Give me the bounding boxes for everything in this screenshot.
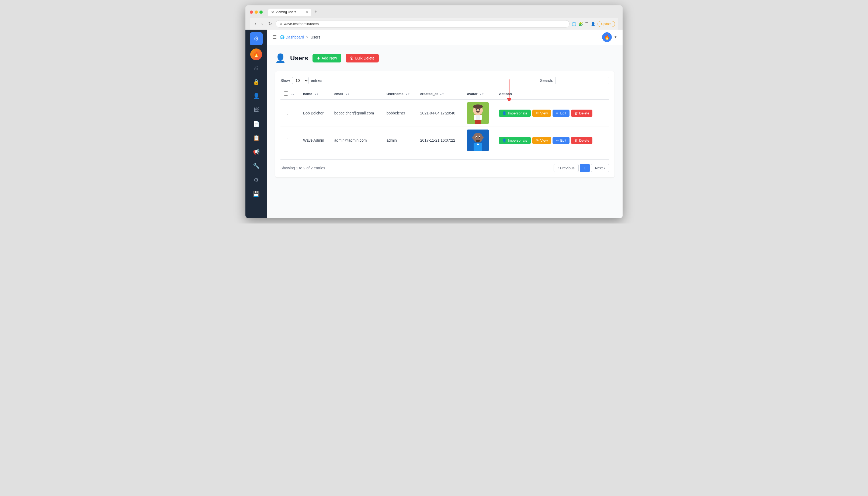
puzzle-icon: 🧩 <box>578 22 583 26</box>
sidebar-item-security[interactable]: 🔒 <box>250 75 263 88</box>
row1-avatar <box>467 102 489 124</box>
showing-text: Showing 1 to 2 of 2 entries <box>280 166 325 170</box>
row1-edit-button[interactable]: ✏ Edit <box>552 110 569 117</box>
breadcrumb-home-label: Dashboard <box>286 35 304 39</box>
minimize-traffic-light[interactable] <box>255 11 258 14</box>
sidebar-item-media[interactable]: 🖼 <box>250 104 263 116</box>
table-body: Bob Belcher bobbelcher@gmail.com bobbelc… <box>280 99 609 154</box>
breadcrumb-home-link[interactable]: 🌐 Dashboard <box>280 35 304 39</box>
reload-button[interactable]: ↻ <box>267 20 273 28</box>
user-avatar-button[interactable]: 🔥 <box>602 32 612 42</box>
table-row: Wave Admin admin@admin.com admin 2017-11… <box>280 127 609 154</box>
tab-title: Viewing Users <box>276 10 296 14</box>
maximize-traffic-light[interactable] <box>259 11 263 14</box>
row2-delete-button[interactable]: 🗑 Delete <box>571 137 593 144</box>
sidebar-item-print[interactable]: 🖨 <box>250 61 263 74</box>
impersonate-icon: 👤 <box>502 138 506 142</box>
page-header: 👤 Users ✚ Add New 🗑 Bulk Delete <box>275 53 614 63</box>
entries-label: entries <box>311 78 322 83</box>
update-button[interactable]: Update <box>597 21 615 27</box>
tab-bar: ⚙ Viewing Users ✕ + <box>268 8 618 16</box>
sidebar-user-avatar[interactable]: 🔥 <box>250 48 262 60</box>
sidebar-logo[interactable]: ⚙ <box>250 32 263 45</box>
page-content: 👤 Users ✚ Add New 🗑 Bulk Delete <box>267 45 623 218</box>
select-all-checkbox[interactable] <box>284 91 288 96</box>
row1-impersonate-button[interactable]: 👤 Impersonate <box>499 110 530 117</box>
search-input[interactable] <box>555 77 609 84</box>
sidebar-item-documents[interactable]: 📄 <box>250 118 263 130</box>
add-new-button[interactable]: ✚ Add New <box>313 54 341 62</box>
row2-checkbox[interactable] <box>284 138 288 142</box>
next-page-button[interactable]: Next › <box>591 164 609 172</box>
row2-impersonate-button[interactable]: 👤 Impersonate <box>499 137 530 144</box>
row2-avatar-cell <box>464 127 496 154</box>
sidebar-item-settings[interactable]: ⚙ <box>250 173 263 186</box>
new-tab-button[interactable]: + <box>312 8 320 16</box>
bulk-delete-button[interactable]: 🗑 Bulk Delete <box>346 54 379 62</box>
breadcrumb-current: Users <box>310 35 321 39</box>
col-created-at[interactable]: created_at ▲▼ <box>417 89 464 99</box>
entries-control: Show 10 25 50 100 entries <box>280 77 322 84</box>
previous-chevron-icon: ‹ <box>558 166 559 170</box>
sidebar-item-database[interactable]: 💾 <box>250 187 263 200</box>
forward-button[interactable]: › <box>260 20 264 28</box>
row1-created-at-cell: 2021-04-04 17:20:40 <box>417 99 464 127</box>
col-checkbox: ▲▼ <box>280 89 300 99</box>
tab-close-icon[interactable]: ✕ <box>306 11 308 14</box>
table-header: ▲▼ name ▲▼ email ▲▼ <box>280 89 609 99</box>
close-traffic-light[interactable] <box>250 11 253 14</box>
col-name[interactable]: name ▲▼ <box>300 89 331 99</box>
row2-created-at-cell: 2017-11-21 16:07:22 <box>417 127 464 154</box>
row2-email-cell: admin@admin.com <box>331 127 383 154</box>
trash-icon: 🗑 <box>350 56 354 60</box>
row2-username-cell: admin <box>383 127 417 154</box>
row1-view-button[interactable]: 👁 View <box>532 110 551 117</box>
sidebar-item-announcements[interactable]: 📢 <box>250 145 263 158</box>
email-sort-icon: ▲▼ <box>345 93 350 95</box>
back-button[interactable]: ‹ <box>253 20 258 28</box>
entries-select[interactable]: 10 25 50 100 <box>292 77 309 84</box>
row1-checkbox-cell <box>280 99 300 127</box>
address-favicon-icon: ⚙ <box>280 22 282 26</box>
show-label: Show <box>280 78 290 83</box>
sidebar-item-tools[interactable]: 🔧 <box>250 159 263 172</box>
row2-edit-button[interactable]: ✏ Edit <box>552 137 569 144</box>
table-footer: Showing 1 to 2 of 2 entries ‹ Previous 1… <box>280 159 609 172</box>
row2-checkbox-cell <box>280 127 300 154</box>
created-at-sort-icon: ▲▼ <box>440 93 444 95</box>
menu-icon: ☰ <box>585 22 589 26</box>
top-bar-right: 🔥 ▼ <box>602 32 617 42</box>
previous-page-button[interactable]: ‹ Previous <box>553 164 579 172</box>
view-icon: 👁 <box>536 111 539 115</box>
active-tab[interactable]: ⚙ Viewing Users ✕ <box>268 9 311 16</box>
sidebar-item-users[interactable]: 👤 <box>250 89 263 102</box>
next-chevron-icon: › <box>604 166 605 170</box>
col-username[interactable]: Username ▲▼ <box>383 89 417 99</box>
page-1-button[interactable]: 1 <box>580 164 590 172</box>
row2-avatar <box>467 129 489 151</box>
content-area: ☰ 🌐 Dashboard > Users 🔥 ▼ <box>267 30 623 218</box>
hamburger-icon[interactable]: ☰ <box>272 34 277 40</box>
dashboard-icon: 🌐 <box>280 35 285 39</box>
col-email[interactable]: email ▲▼ <box>331 89 383 99</box>
url-text: wave.test/admin/users <box>284 22 319 26</box>
breadcrumb-separator: > <box>306 35 308 39</box>
avatar-chevron-icon: ▼ <box>614 35 617 39</box>
row1-actions-cell: 👤 Impersonate 👁 View ✏ <box>496 99 609 127</box>
svg-point-13 <box>472 136 474 139</box>
row1-delete-button[interactable]: 🗑 Delete <box>571 110 593 117</box>
row2-actions-cell: 👤 Impersonate 👁 View ✏ <box>496 127 609 154</box>
svg-point-17 <box>476 137 477 138</box>
svg-point-14 <box>482 136 484 139</box>
row2-view-button[interactable]: 👁 View <box>532 137 551 144</box>
table-section: Show 10 25 50 100 entries Search: <box>275 71 614 177</box>
users-table: ▲▼ name ▲▼ email ▲▼ <box>280 89 609 154</box>
col-avatar[interactable]: avatar ▲▼ <box>464 89 496 99</box>
sidebar-item-posts[interactable]: 📋 <box>250 131 263 144</box>
row1-name-cell: Bob Belcher <box>300 99 331 127</box>
tab-favicon-icon: ⚙ <box>271 10 274 14</box>
row1-checkbox[interactable] <box>284 111 288 115</box>
address-bar[interactable]: ⚙ wave.test/admin/users <box>276 20 570 28</box>
name-sort-icon: ▲▼ <box>315 93 319 95</box>
table-row: Bob Belcher bobbelcher@gmail.com bobbelc… <box>280 99 609 127</box>
